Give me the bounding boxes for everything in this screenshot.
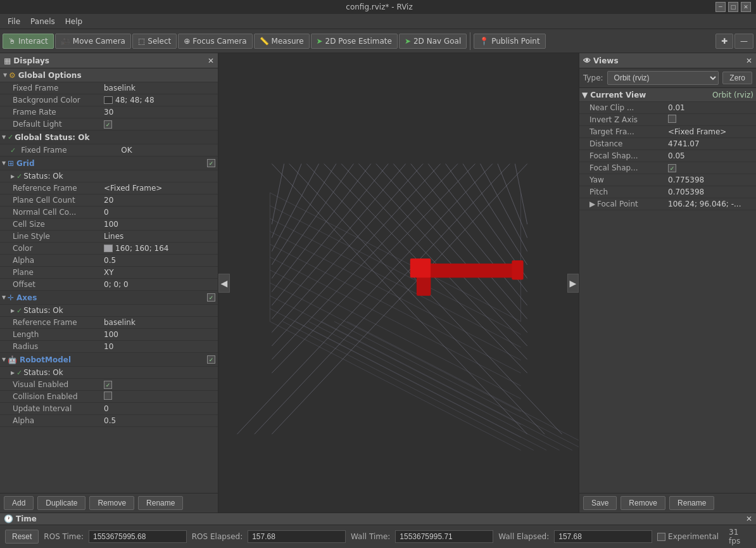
- global-status-row[interactable]: ▼ ✓ Global Status: Ok: [0, 131, 218, 144]
- collision-enabled-checkbox[interactable]: [104, 392, 112, 400]
- views-remove-button[interactable]: Remove: [621, 496, 665, 510]
- experimental-checkbox[interactable]: [657, 533, 665, 541]
- focal-point-expand[interactable]: ▶: [589, 200, 597, 208]
- yaw-row[interactable]: Yaw 0.775398: [579, 174, 756, 186]
- interact-button[interactable]: 🖱 Interact: [3, 34, 54, 49]
- default-light-value[interactable]: [101, 120, 218, 129]
- grid-ref-frame-value[interactable]: <Fixed Frame>: [101, 184, 218, 193]
- update-interval-row[interactable]: Update Interval 0: [0, 403, 218, 415]
- axes-ref-frame-row[interactable]: Reference Frame baselink: [0, 317, 218, 329]
- distance-row[interactable]: Distance 4741.07: [579, 138, 756, 150]
- menu-panels[interactable]: Panels: [25, 16, 60, 27]
- window-controls[interactable]: ─ □ ✕: [715, 2, 751, 12]
- grid-cell-size-value[interactable]: 100: [101, 220, 218, 229]
- menu-help[interactable]: Help: [60, 16, 87, 27]
- grid-status-expand[interactable]: ▶: [9, 172, 16, 180]
- global-options-row[interactable]: ▼ ⚙ Global Options: [0, 68, 218, 82]
- grid-ref-frame-row[interactable]: Reference Frame <Fixed Frame>: [0, 182, 218, 194]
- grid-header-row[interactable]: ▼ ⊞ Grid: [0, 156, 218, 170]
- ros-time-input[interactable]: [89, 530, 187, 543]
- global-status-expand[interactable]: ▼: [0, 134, 8, 141]
- focal-shape1-row[interactable]: Focal Shap... 0.05: [579, 150, 756, 162]
- grid-color-row[interactable]: Color 160; 160; 164: [0, 243, 218, 255]
- viewport-arrow-right[interactable]: ▶: [567, 274, 579, 293]
- publish-point-button[interactable]: 📍 Publish Point: [474, 34, 545, 49]
- reset-button[interactable]: Reset: [5, 530, 39, 544]
- axes-radius-row[interactable]: Radius 10: [0, 341, 218, 353]
- grid-plane-value[interactable]: XY: [101, 268, 218, 277]
- grid-status-row[interactable]: ▶ ✓ Status: Ok: [0, 170, 218, 182]
- current-view-header[interactable]: ▼ Current View Orbit (rviz): [579, 88, 756, 102]
- duplicate-button[interactable]: Duplicate: [37, 496, 85, 510]
- grid-offset-value[interactable]: 0; 0; 0: [101, 280, 218, 289]
- focal-shape2-checkbox[interactable]: [668, 164, 676, 172]
- grid-normal-cell-value[interactable]: 0: [101, 208, 218, 217]
- robot-alpha-value[interactable]: 0.5: [101, 416, 218, 425]
- grid-normal-cell-row[interactable]: Normal Cell Co... 0: [0, 207, 218, 219]
- bg-color-row[interactable]: Background Color 48; 48; 48: [0, 94, 218, 106]
- grid-alpha-value[interactable]: 0.5: [101, 256, 218, 265]
- focal-point-row[interactable]: ▶ Focal Point 106.24; 96.046; -...: [579, 198, 756, 210]
- minus-button[interactable]: —: [734, 34, 753, 49]
- current-view-expand[interactable]: ▼: [582, 91, 588, 99]
- remove-button[interactable]: Remove: [89, 496, 134, 510]
- views-save-button[interactable]: Save: [583, 496, 617, 510]
- update-interval-value[interactable]: 0: [101, 404, 218, 413]
- invert-z-row[interactable]: Invert Z Axis: [579, 114, 756, 126]
- global-status-ff-row[interactable]: ✓ Fixed Frame OK: [0, 144, 218, 156]
- grid-line-style-value[interactable]: Lines: [101, 232, 218, 241]
- target-frame-value[interactable]: <Fixed Frame>: [665, 127, 756, 136]
- frame-rate-row[interactable]: Frame Rate 30: [0, 106, 218, 118]
- yaw-value[interactable]: 0.775398: [665, 175, 756, 184]
- target-frame-row[interactable]: Target Fra... <Fixed Frame>: [579, 126, 756, 138]
- axes-length-row[interactable]: Length 100: [0, 329, 218, 341]
- focal-shape2-row[interactable]: Focal Shap...: [579, 162, 756, 174]
- collision-enabled-row[interactable]: Collision Enabled: [0, 391, 218, 403]
- global-options-expand[interactable]: ▼: [1, 72, 9, 79]
- invert-z-checkbox[interactable]: [668, 115, 676, 123]
- axes-status-row[interactable]: ▶ ✓ Status: Ok: [0, 305, 218, 317]
- fixed-frame-row[interactable]: Fixed Frame baselink: [0, 82, 218, 94]
- type-select[interactable]: Orbit (rviz): [607, 71, 719, 85]
- visual-enabled-row[interactable]: Visual Enabled: [0, 379, 218, 391]
- displays-content[interactable]: ▼ ⚙ Global Options Fixed Frame baselink …: [0, 68, 218, 493]
- visual-enabled-checkbox[interactable]: [104, 381, 112, 389]
- visual-enabled-value[interactable]: [101, 380, 218, 390]
- rename-button[interactable]: Rename: [138, 496, 183, 510]
- focal-shape1-value[interactable]: 0.05: [665, 151, 756, 160]
- grid-line-style-row[interactable]: Line Style Lines: [0, 231, 218, 243]
- axes-checkbox[interactable]: [207, 293, 215, 302]
- near-clip-row[interactable]: Near Clip ... 0.01: [579, 102, 756, 114]
- menu-file[interactable]: File: [3, 16, 25, 27]
- grid-expand[interactable]: ▼: [0, 160, 8, 167]
- grid-offset-row[interactable]: Offset 0; 0; 0: [0, 279, 218, 291]
- nav-goal-button[interactable]: ➤ 2D Nav Goal: [399, 34, 467, 49]
- zero-button[interactable]: Zero: [722, 72, 752, 84]
- minimize-button[interactable]: ─: [715, 2, 726, 12]
- time-close-icon[interactable]: ✕: [746, 514, 752, 523]
- grid-plane-cell-value[interactable]: 20: [101, 196, 218, 205]
- frame-rate-value[interactable]: 30: [101, 108, 218, 117]
- move-camera-button[interactable]: 🎥 Move Camera: [55, 34, 131, 49]
- plus-button[interactable]: ✚: [715, 34, 733, 49]
- grid-cell-size-row[interactable]: Cell Size 100: [0, 219, 218, 231]
- focal-point-value[interactable]: 106.24; 96.046; -...: [665, 200, 756, 208]
- views-rename-button[interactable]: Rename: [669, 496, 714, 510]
- distance-value[interactable]: 4741.07: [665, 139, 756, 148]
- select-button[interactable]: ⬚ Select: [132, 34, 177, 49]
- robot-model-expand[interactable]: ▼: [0, 356, 8, 364]
- grid-checkbox[interactable]: [207, 159, 215, 167]
- focus-camera-button[interactable]: ⊕ Focus Camera: [178, 34, 252, 49]
- invert-z-value[interactable]: [665, 115, 756, 125]
- collision-enabled-value[interactable]: [101, 392, 218, 402]
- robot-alpha-row[interactable]: Alpha 0.5: [0, 415, 218, 427]
- add-button[interactable]: Add: [4, 496, 34, 510]
- wall-elapsed-input[interactable]: [554, 530, 652, 543]
- pose-estimate-button[interactable]: ➤ 2D Pose Estimate: [311, 34, 398, 49]
- near-clip-value[interactable]: 0.01: [665, 103, 756, 112]
- close-button[interactable]: ✕: [741, 2, 751, 12]
- default-light-row[interactable]: Default Light: [0, 118, 218, 131]
- pitch-value[interactable]: 0.705398: [665, 188, 756, 196]
- axes-radius-value[interactable]: 10: [101, 342, 218, 351]
- axes-length-value[interactable]: 100: [101, 330, 218, 339]
